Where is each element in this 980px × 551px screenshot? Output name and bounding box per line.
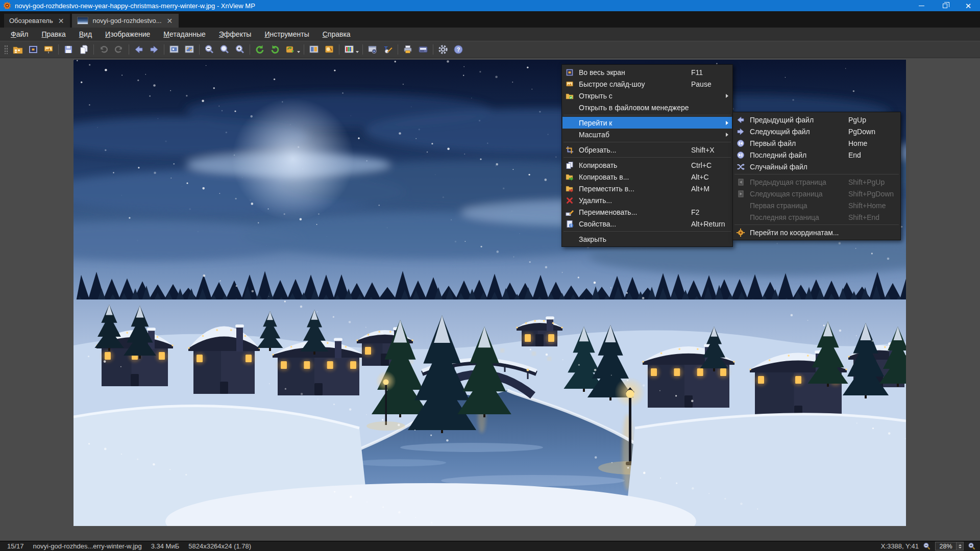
- menu-item-copy[interactable]: КопироватьCtrl+C: [562, 159, 732, 171]
- menu-item-open-with[interactable]: Открыть с: [562, 90, 732, 102]
- zoom-level-spinner[interactable]: 28%: [935, 542, 964, 550]
- settings-icon: [438, 44, 448, 55]
- menu-item-crop[interactable]: Обрезать...Shift+X: [562, 144, 732, 156]
- slideshow-icon: [43, 44, 54, 55]
- menu-edit[interactable]: Правка: [35, 28, 72, 40]
- copy-page-button[interactable]: [76, 42, 91, 57]
- undo-icon: [99, 44, 109, 55]
- toolbar-grip[interactable]: [4, 45, 8, 54]
- save-button[interactable]: [61, 42, 76, 57]
- menu-effects[interactable]: Эффекты: [212, 28, 258, 40]
- status-filesize: 3.34 МиБ: [151, 542, 180, 550]
- adjust-button[interactable]: [322, 42, 337, 57]
- zoom-in-icon: [235, 44, 245, 55]
- menu-item-quick-slideshow[interactable]: Быстрое слайд-шоуPause: [562, 78, 732, 90]
- close-button[interactable]: ✕: [957, 0, 980, 11]
- status-cursor-coords: X:3388, Y:41: [881, 542, 919, 550]
- properties-icon: [565, 220, 574, 228]
- first-file-icon: [736, 139, 745, 147]
- spin-up-icon[interactable]: [959, 544, 962, 546]
- fullscreen-button[interactable]: [26, 42, 41, 57]
- submenu-item-goto-coordinates[interactable]: Перейти по координатам...: [733, 227, 900, 238]
- tab-browser-label: Обозреватель: [9, 17, 53, 24]
- capture-button[interactable]: [365, 42, 380, 57]
- submenu-item-first-page: Первая страницаShift+Home: [733, 199, 900, 211]
- toolbar-separator: [433, 44, 433, 55]
- submenu-item-first-file[interactable]: Первый файлHome: [733, 137, 900, 149]
- menu-file[interactable]: Файл: [4, 28, 35, 40]
- help-button[interactable]: ?: [451, 42, 466, 57]
- menu-help[interactable]: Справка: [316, 28, 357, 40]
- forward-icon: [149, 44, 159, 55]
- close-icon: ✕: [965, 2, 972, 10]
- print-button[interactable]: [400, 42, 415, 57]
- submenu-item-previous-file[interactable]: Предыдущий файлPgUp: [733, 114, 900, 126]
- toolbar-separator: [250, 44, 250, 55]
- menu-item-rename[interactable]: Переименовать...F2: [562, 206, 732, 218]
- submenu-item-next-file[interactable]: Следующий файлPgDown: [733, 126, 900, 137]
- slideshow-button[interactable]: [41, 42, 56, 57]
- main-toolbar: T ?: [0, 41, 980, 58]
- adjust-icon: [324, 44, 334, 55]
- redo-button[interactable]: [111, 42, 127, 57]
- convert-button[interactable]: [283, 42, 298, 57]
- fit-screen-button[interactable]: [182, 42, 197, 57]
- folder-open-icon: [565, 92, 574, 100]
- zoom-spin-buttons[interactable]: [956, 542, 963, 550]
- spin-down-icon[interactable]: [959, 547, 962, 548]
- draw-icon: T: [383, 44, 393, 55]
- toolbar-separator: [58, 44, 59, 55]
- tab-close-icon[interactable]: ✕: [57, 17, 65, 25]
- menu-image[interactable]: Изображение: [99, 28, 157, 40]
- menu-metadata[interactable]: Метаданные: [157, 28, 212, 40]
- menu-item-close[interactable]: Закрыть: [562, 233, 732, 245]
- zoom-100-button[interactable]: [217, 42, 232, 57]
- menu-item-goto[interactable]: Перейти к: [562, 117, 732, 129]
- browser-button[interactable]: [10, 42, 26, 57]
- menu-view[interactable]: Вид: [72, 28, 99, 40]
- rotate-right-button[interactable]: [267, 42, 283, 57]
- palette-button[interactable]: [341, 42, 357, 57]
- fit-image-button[interactable]: [166, 42, 182, 57]
- palette-dropdown-caret[interactable]: [356, 51, 359, 53]
- toolbar-separator: [362, 44, 363, 55]
- menu-item-properties[interactable]: Свойства...Alt+Return: [562, 218, 732, 230]
- title-bar: novyi-god-rozhdestvo-new-year-happy-chri…: [0, 0, 980, 11]
- rotate-left-button[interactable]: [252, 42, 267, 57]
- tab-image[interactable]: novyi-god-rozhdestvo... ✕: [72, 14, 179, 28]
- submenu-item-previous-page: Предыдущая страницаShift+PgUp: [733, 176, 900, 188]
- menu-item-copy-to[interactable]: Копировать в...Alt+C: [562, 171, 732, 183]
- zoom-in-button[interactable]: [232, 42, 248, 57]
- undo-button[interactable]: [96, 42, 111, 57]
- slideshow-icon: [565, 80, 574, 88]
- toolbar-separator: [199, 44, 200, 55]
- submenu-item-last-file[interactable]: Последний файлEnd: [733, 149, 900, 161]
- previous-file-icon: [736, 116, 745, 124]
- status-zoom-in-icon[interactable]: [968, 542, 976, 550]
- tab-browser[interactable]: Обозреватель ✕: [4, 14, 70, 28]
- submenu-item-random-file[interactable]: Случайный файл: [733, 161, 900, 172]
- tab-close-icon[interactable]: ✕: [166, 17, 174, 25]
- submenu-item-next-page: Следующая страницаShift+PgDown: [733, 188, 900, 199]
- compare-button[interactable]: [306, 42, 322, 57]
- film-strip-button[interactable]: [415, 42, 431, 57]
- menu-item-move-to[interactable]: Переместить в...Alt+M: [562, 183, 732, 194]
- minimize-button[interactable]: [910, 0, 933, 11]
- menu-item-zoom[interactable]: Масштаб: [562, 129, 732, 140]
- menu-item-delete[interactable]: Удалить...: [562, 194, 732, 206]
- zoom-level-value[interactable]: 28%: [936, 543, 956, 550]
- restore-icon: [943, 4, 947, 8]
- menu-tools[interactable]: Инструменты: [258, 28, 315, 40]
- submenu-arrow-icon: [726, 94, 728, 98]
- menu-item-fullscreen[interactable]: Во весь экранF11: [562, 66, 732, 78]
- settings-button[interactable]: [435, 42, 451, 57]
- convert-dropdown-caret[interactable]: [297, 51, 300, 53]
- forward-button[interactable]: [146, 42, 162, 57]
- restore-button[interactable]: [933, 0, 957, 11]
- status-zoom-out-icon[interactable]: [923, 542, 931, 550]
- zoom-out-button[interactable]: [202, 42, 217, 57]
- menu-item-open-in-file-manager[interactable]: Открыть в файловом менеджере: [562, 102, 732, 113]
- back-button[interactable]: [131, 42, 146, 57]
- draw-button[interactable]: T: [380, 42, 396, 57]
- toolbar-separator: [164, 44, 164, 55]
